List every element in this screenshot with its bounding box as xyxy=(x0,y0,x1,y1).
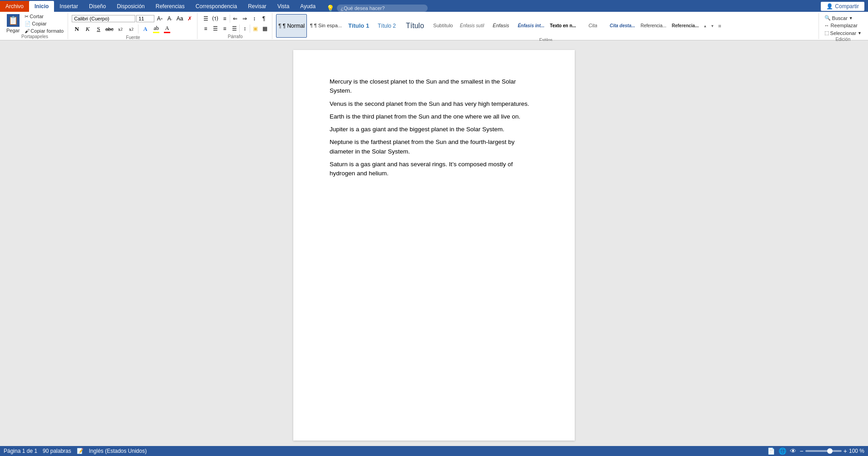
line-spacing-button[interactable]: ↕ xyxy=(240,24,249,33)
font-size-decrease-button[interactable]: A- xyxy=(165,14,174,23)
tab-correspondencia[interactable]: Correspondencia xyxy=(190,1,242,12)
tab-vista[interactable]: Vista xyxy=(272,1,295,12)
zoom-in-button[interactable]: + xyxy=(843,447,847,455)
style-texto-n[interactable]: Texto en n... xyxy=(547,14,578,38)
align-center-button[interactable]: ☰ xyxy=(211,24,220,33)
spell-check-icon[interactable]: 📝 xyxy=(77,448,84,454)
style-titulo1[interactable]: Título 1 xyxy=(345,14,372,38)
zoom-control: − + 100 % xyxy=(800,447,864,455)
align-right-button[interactable]: ≡ xyxy=(220,24,229,33)
copiar-formato-button[interactable]: 🖌 Copiar formato xyxy=(23,28,65,34)
sep3 xyxy=(250,25,250,33)
style-titulo-preview: Título xyxy=(406,21,424,30)
text-effects-button[interactable]: A xyxy=(140,24,150,34)
decrease-indent-button[interactable]: ⇐ xyxy=(231,14,240,23)
tab-inicio[interactable]: Inicio xyxy=(29,1,54,12)
font-name-input[interactable] xyxy=(72,15,135,22)
seleccionar-dropdown-icon: ▼ xyxy=(858,31,862,35)
zoom-slider[interactable] xyxy=(805,450,842,452)
superscript-button[interactable]: x2 xyxy=(126,24,136,34)
styles-scroll-down[interactable]: ▼ xyxy=(709,23,715,29)
document-area: Mercury is the closest planet to the Sun… xyxy=(0,41,868,446)
font-color-button[interactable]: A xyxy=(162,24,172,34)
pegar-button[interactable]: 📋 Pegar xyxy=(5,13,21,34)
view-focus-icon[interactable]: 👁 xyxy=(790,447,796,455)
style-titulo2-preview: Título 2 xyxy=(378,23,396,29)
style-cita[interactable]: Cita xyxy=(579,14,607,38)
style-enfasis[interactable]: Énfasis xyxy=(487,14,514,38)
style-enfasis-sutil-preview: Énfasis sutil xyxy=(460,23,484,29)
zoom-percent: 100 % xyxy=(849,448,864,454)
parrafo-section: ☰ ⑴ ≡ ⇐ ⇒ ↕ ¶ ≡ ☰ ≡ ☰ ↕ ▣ ▦ Párrafo xyxy=(198,13,272,39)
bold-button[interactable]: N xyxy=(72,24,82,34)
style-titulo1-preview: Título 1 xyxy=(348,22,369,30)
word-count: 90 palabras xyxy=(43,448,71,454)
style-normal[interactable]: ¶ ¶ Normal xyxy=(276,14,307,38)
copy-icon: 📄 xyxy=(25,21,31,27)
help-search-input[interactable] xyxy=(337,5,428,12)
estilos-section: ¶ ¶ Normal ¶ ¶ Sin espa... Título 1 xyxy=(273,13,819,39)
tab-diseno[interactable]: Diseño xyxy=(84,1,111,12)
clear-format-button[interactable]: ✗ xyxy=(185,14,194,23)
font-format-row: N K S abc x2 x2 A ab A xyxy=(72,24,194,34)
increase-indent-button[interactable]: ⇒ xyxy=(240,14,249,23)
style-referencia2[interactable]: Referencia... xyxy=(670,14,701,38)
tab-referencias[interactable]: Referencias xyxy=(150,1,190,12)
style-subtitulo-preview: Subtítulo xyxy=(433,23,453,29)
shading-button[interactable]: ▣ xyxy=(251,24,260,33)
style-enfasis-sutil[interactable]: Énfasis sutil xyxy=(458,14,486,38)
style-enfasis-int[interactable]: Énfasis int... xyxy=(515,14,547,38)
view-print-icon[interactable]: 📄 xyxy=(767,447,775,455)
share-button[interactable]: 👤 Compartir xyxy=(821,2,864,11)
border-button[interactable]: ▦ xyxy=(260,24,269,33)
sep xyxy=(230,15,230,23)
style-subtitulo[interactable]: Subtítulo xyxy=(429,14,457,38)
subscript-button[interactable]: x2 xyxy=(115,24,125,34)
clipboard-options: ✂ Cortar 📄 Copiar 🖌 Copiar formato xyxy=(23,13,65,34)
tab-archivo[interactable]: Archivo xyxy=(0,1,29,12)
style-titulo[interactable]: Título xyxy=(401,14,429,38)
style-referencia-preview: Referencia... xyxy=(641,23,666,29)
document-page[interactable]: Mercury is the closest planet to the Sun… xyxy=(293,50,575,441)
zoom-out-button[interactable]: − xyxy=(800,447,804,455)
style-referencia[interactable]: Referencia... xyxy=(638,14,669,38)
view-web-icon[interactable]: 🌐 xyxy=(779,447,786,455)
style-titulo2[interactable]: Título 2 xyxy=(373,14,400,38)
language[interactable]: Inglés (Estados Unidos) xyxy=(89,448,147,454)
underline-button[interactable]: S xyxy=(94,24,104,34)
bullet-list-button[interactable]: ☰ xyxy=(201,14,210,23)
portapapeles-section: 📋 Pegar ✂ Cortar 📄 Copiar 🖌 Copiar forma… xyxy=(2,13,68,39)
styles-scroll-up[interactable]: ▲ xyxy=(702,23,708,29)
copiar-button[interactable]: 📄 Copiar xyxy=(23,20,65,27)
parrafo-row2: ≡ ☰ ≡ ☰ ↕ ▣ ▦ xyxy=(201,24,269,33)
strikethrough-button[interactable]: abc xyxy=(104,24,114,34)
highlight-color-button[interactable]: ab xyxy=(151,24,161,34)
numbered-list-button[interactable]: ⑴ xyxy=(211,14,220,23)
seleccionar-button[interactable]: ⬚ Seleccionar ▼ xyxy=(823,29,863,37)
separator xyxy=(138,25,138,34)
tab-ayuda[interactable]: Ayuda xyxy=(295,1,321,12)
styles-expand[interactable]: ⊞ xyxy=(716,23,723,29)
buscar-button[interactable]: 🔍 Buscar ▼ xyxy=(823,14,863,22)
style-sin-espacio[interactable]: ¶ ¶ Sin espa... xyxy=(308,14,344,38)
cortar-button[interactable]: ✂ Cortar xyxy=(23,13,65,20)
italic-button[interactable]: K xyxy=(83,24,93,34)
font-size-increase-button[interactable]: A+ xyxy=(155,14,164,23)
paragraph: Jupiter is a gas giant and the biggest p… xyxy=(330,125,538,134)
ribbon-row: 📋 Pegar ✂ Cortar 📄 Copiar 🖌 Copiar forma… xyxy=(0,12,868,40)
tab-revisar[interactable]: Revisar xyxy=(242,1,272,12)
style-cita-desta[interactable]: Cita desta... xyxy=(607,14,637,38)
tab-insertar[interactable]: Insertar xyxy=(54,1,84,12)
sort-button[interactable]: ↕ xyxy=(250,14,259,23)
reemplazar-button[interactable]: ↔ Reemplazar xyxy=(823,22,863,29)
zoom-thumb[interactable] xyxy=(827,448,833,454)
show-formatting-button[interactable]: ¶ xyxy=(259,14,268,23)
multilevel-list-button[interactable]: ≡ xyxy=(220,14,229,23)
align-left-button[interactable]: ≡ xyxy=(201,24,210,33)
font-size-input[interactable] xyxy=(136,15,154,22)
cut-icon: ✂ xyxy=(25,14,29,20)
tab-disposicion[interactable]: Disposición xyxy=(111,1,150,12)
change-case-button[interactable]: Aa xyxy=(175,14,184,23)
justify-button[interactable]: ☰ xyxy=(230,24,239,33)
parrafo-row1: ☰ ⑴ ≡ ⇐ ⇒ ↕ ¶ xyxy=(201,14,269,23)
